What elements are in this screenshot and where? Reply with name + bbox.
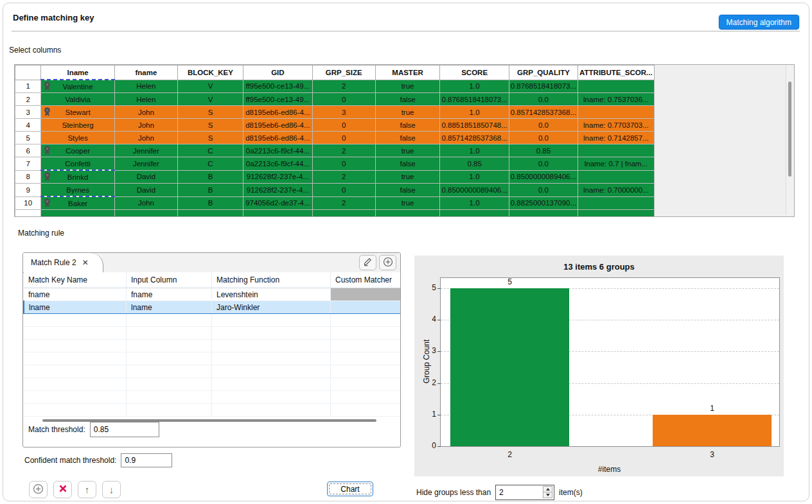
table-row[interactable]: 4SteinbergJohnSd8195eb6-ed86-4...0false0…: [15, 119, 794, 132]
confident-threshold-input[interactable]: [121, 453, 172, 467]
delete-key-button[interactable]: [53, 481, 72, 498]
column-header[interactable]: Custom Matcher: [331, 272, 402, 288]
column-header[interactable]: SCORE: [440, 65, 509, 80]
table-row[interactable]: 2ValdiviaHelenVff95e500-ce13-49...0false…: [15, 93, 794, 106]
data-cell: ff95e500-ce13-49...: [243, 80, 313, 93]
data-cell: 0.8500000089406...: [440, 184, 509, 197]
page-title: Define matching key: [13, 13, 94, 22]
column-header[interactable]: GRP_QUALITY: [509, 65, 578, 80]
column-header[interactable]: GID: [243, 65, 313, 80]
table-row[interactable]: 6CooperJenniferC0a2213c6-f9cf-44...2true…: [15, 144, 794, 157]
move-down-button[interactable]: ↓: [102, 481, 121, 498]
row-filler: [654, 184, 793, 197]
records-table: lnamefnameBLOCK_KEYGIDGRP_SIZEMASTERSCOR…: [14, 64, 795, 217]
items-suffix-label: item(s): [559, 488, 583, 497]
table-row[interactable]: 5StylesJohnSd8195eb6-ed86-4...0false0.85…: [15, 132, 794, 144]
data-cell: true: [375, 170, 440, 184]
column-header[interactable]: Matching Function: [212, 272, 331, 288]
y-axis-label: Group Count: [422, 329, 431, 394]
column-header[interactable]: BLOCK_KEY: [177, 65, 243, 80]
data-cell: [375, 210, 440, 218]
data-cell: 0.0: [509, 184, 578, 197]
column-header[interactable]: Match Key Name: [24, 272, 127, 288]
table-row[interactable]: 7ConfettiJenniferC0a2213c6-f9cf-44...0fa…: [15, 157, 794, 171]
tab-actions: [359, 255, 396, 270]
partial-row: [15, 210, 794, 218]
data-cell: true: [375, 80, 440, 93]
x-tick-label: 3: [700, 450, 725, 459]
data-cell: John: [114, 106, 177, 119]
data-cell: 0: [312, 184, 375, 197]
edit-rule-button[interactable]: [359, 255, 376, 270]
row-number: 7: [15, 157, 41, 171]
table-row[interactable]: 8BrinkdDavidB912628f2-237e-4...2true1.00…: [15, 170, 794, 184]
column-header[interactable]: lname: [41, 65, 114, 80]
rule-row[interactable]: fnamefnameLevenshteinN: [24, 288, 401, 301]
triangle-down-icon: [546, 494, 550, 496]
table-row[interactable]: 1ValentineHelenVff95e500-ce13-49...2true…: [15, 80, 794, 93]
data-cell: V: [177, 80, 243, 93]
empty-cell: [331, 391, 402, 404]
row-number: 2: [15, 93, 41, 106]
spinner-up-button[interactable]: [543, 486, 552, 492]
empty-cell: [331, 314, 402, 327]
add-key-button[interactable]: [29, 481, 48, 498]
column-header[interactable]: ATTRIBUTE_SCOR...: [578, 65, 655, 80]
data-cell: [509, 210, 578, 218]
lname-cell: Valentine: [41, 80, 114, 93]
column-header[interactable]: fname: [114, 65, 177, 80]
data-cell: David: [114, 170, 177, 184]
move-up-button[interactable]: ↑: [78, 481, 96, 498]
lname-cell: Brinkd: [41, 170, 114, 184]
data-cell: B: [177, 196, 243, 210]
match-threshold-input[interactable]: [90, 422, 159, 437]
empty-cell: [212, 391, 331, 404]
add-rule-tab-button[interactable]: [379, 255, 396, 270]
lname-cell: Valdivia: [41, 93, 114, 106]
data-cell: 0.8571428537368...: [440, 132, 509, 144]
scrollbar-thumb[interactable]: [788, 82, 791, 177]
table-row[interactable]: 10BakerJohnB974056d2-de37-4...2true1.00.…: [15, 196, 794, 210]
column-header[interactable]: MASTER: [375, 65, 440, 80]
table-row[interactable]: 3StewartJohnSd8195eb6-ed86-4...3true1.00…: [15, 106, 794, 119]
column-header[interactable]: Input Column: [127, 272, 212, 288]
data-cell: 2: [312, 196, 375, 210]
empty-rule-row: [24, 404, 401, 417]
close-tab-icon[interactable]: ✕: [82, 258, 89, 267]
data-cell: true: [375, 196, 440, 210]
select-columns-label: Select columns: [9, 46, 61, 55]
row-filler: [654, 196, 793, 210]
y-tick-mark: [437, 351, 441, 352]
chart-button[interactable]: Chart: [327, 482, 373, 496]
hide-groups-input[interactable]: [496, 485, 545, 500]
empty-cell: [212, 340, 331, 352]
data-cell: 0.8851851850748...: [440, 119, 509, 132]
records-vertical-scrollbar[interactable]: [786, 65, 794, 215]
matching-algorithm-button[interactable]: Matching algorithm: [719, 15, 799, 30]
table-row[interactable]: 9ByrnesDavidB912628f2-237e-4...0false0.8…: [15, 184, 794, 197]
data-cell: V: [177, 93, 243, 106]
data-cell: [578, 80, 655, 93]
row-number: 9: [15, 184, 41, 197]
match-rule-tab[interactable]: Match Rule 2 ✕: [23, 253, 103, 272]
rule-cell: [331, 288, 402, 301]
data-cell: 1.0: [440, 170, 509, 184]
plus-circle-icon: [383, 257, 393, 269]
data-cell: 0.8500000089406...: [509, 170, 578, 184]
empty-cell: [331, 327, 402, 340]
spinner-down-button[interactable]: [543, 492, 552, 498]
rule-row[interactable]: lnamelnameJaro-WinklerN: [24, 301, 401, 314]
row-number: 4: [15, 119, 41, 132]
bar-3: [653, 415, 772, 446]
data-cell: 0.8768518418073...: [509, 80, 578, 93]
column-header[interactable]: [15, 65, 41, 80]
data-cell: d8195eb6-ed86-4...: [243, 132, 313, 144]
data-cell: S: [177, 106, 243, 119]
data-cell: [177, 210, 243, 218]
lname-cell: Cooper: [41, 144, 114, 157]
data-cell: 1.0: [440, 80, 509, 93]
arrow-down-icon: ↓: [109, 485, 114, 494]
rule-tabbar: Match Rule 2 ✕: [23, 253, 400, 273]
empty-rule-row: [24, 327, 401, 340]
column-header[interactable]: GRP_SIZE: [312, 65, 375, 80]
